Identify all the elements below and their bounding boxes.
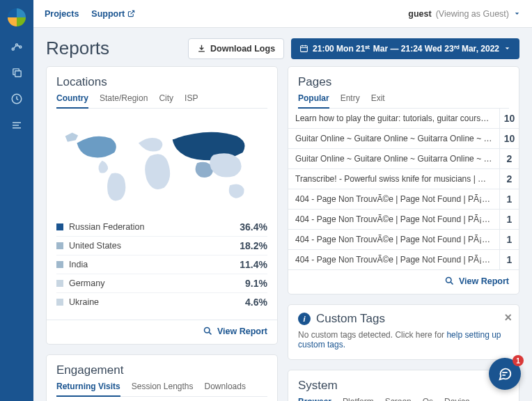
- page-title: Reports: [46, 38, 109, 59]
- location-name: Russian Federation: [69, 222, 144, 232]
- location-pct: 36.4%: [240, 221, 267, 233]
- projects-link[interactable]: Projects: [45, 9, 79, 19]
- tab-session-lengths[interactable]: Session Lengths: [132, 382, 194, 396]
- support-link[interactable]: Support: [91, 9, 135, 19]
- locations-view-report[interactable]: View Report: [203, 326, 267, 336]
- page-row-count: 10: [499, 129, 519, 148]
- download-logs-button[interactable]: Download Logs: [188, 38, 284, 59]
- location-name: India: [69, 260, 88, 269]
- tab-returning-visits[interactable]: Returning Visits: [56, 382, 120, 397]
- analytics-icon[interactable]: [10, 39, 24, 53]
- page-row[interactable]: 404 - Page Non TrouvÃ©e | Page Not Found…: [288, 250, 519, 269]
- pages-tabs: Popular Entry Exit: [298, 93, 509, 109]
- page-row-count: 10: [499, 109, 519, 128]
- page-row-title: Transcribe! - Powerful swiss knife for m…: [288, 170, 499, 188]
- page-row[interactable]: Transcribe! - Powerful swiss knife for m…: [288, 169, 519, 189]
- tab-country[interactable]: Country: [56, 93, 88, 109]
- logo-icon: [8, 8, 26, 26]
- page-row[interactable]: 404 - Page Non TrouvÃ©e | Page Not Found…: [288, 230, 519, 250]
- locations-tabs: Country State/Region City ISP: [56, 93, 267, 109]
- page-row[interactable]: 404 - Page Non TrouvÃ©e | Page Not Found…: [288, 210, 519, 230]
- pages-view-report[interactable]: View Report: [444, 276, 509, 286]
- chevron-down-icon: [513, 10, 521, 17]
- page-row-count: 2: [499, 169, 519, 189]
- tab-city[interactable]: City: [159, 93, 173, 108]
- tab-entry[interactable]: Entry: [341, 93, 360, 108]
- tab-platform[interactable]: Platform: [343, 397, 374, 401]
- location-pct: 11.4%: [240, 259, 267, 270]
- date-range-picker[interactable]: 21:00 Mon 21ˢᵗ Mar — 21:24 Wed 23ʳᵈ Mar,…: [291, 38, 519, 59]
- chat-button[interactable]: 1: [489, 358, 521, 390]
- sidebar: [0, 0, 33, 401]
- color-swatch: [56, 299, 63, 306]
- copy-icon[interactable]: [10, 65, 24, 79]
- location-row[interactable]: United States18.2%: [56, 237, 267, 255]
- tab-os[interactable]: Os: [423, 397, 433, 401]
- clock-icon[interactable]: [10, 92, 24, 106]
- page-row-count: 1: [499, 210, 519, 229]
- page-row-title: 404 - Page Non TrouvÃ©e | Page Not Found…: [288, 210, 499, 228]
- location-row[interactable]: Ukraine4.6%: [56, 293, 267, 311]
- tab-downloads[interactable]: Downloads: [205, 382, 246, 396]
- tab-state-region[interactable]: State/Region: [100, 93, 148, 108]
- location-name: Germany: [69, 278, 104, 288]
- topbar: Projects Support guest (Viewing as Guest…: [33, 0, 532, 28]
- page-row[interactable]: 404 - Page Non TrouvÃ©e | Page Not Found…: [288, 189, 519, 210]
- user-name: guest: [408, 9, 431, 19]
- tab-exit[interactable]: Exit: [371, 93, 385, 108]
- tab-browser[interactable]: Browser: [298, 397, 331, 401]
- location-row[interactable]: Germany9.1%: [56, 274, 267, 293]
- page-row[interactable]: Guitar Online ~ Guitare Online ~ Guitarr…: [288, 149, 519, 169]
- close-icon[interactable]: ×: [504, 310, 512, 325]
- tab-isp[interactable]: ISP: [185, 93, 198, 108]
- chat-icon: [497, 366, 513, 382]
- engagement-title: Engagement: [56, 363, 267, 377]
- page-row-title: 404 - Page Non TrouvÃ©e | Page Not Found…: [288, 230, 499, 249]
- custom-tags-title: Custom Tags: [316, 312, 385, 326]
- user-menu[interactable]: guest (Viewing as Guest): [408, 9, 521, 19]
- location-row[interactable]: Russian Federation36.4%: [56, 218, 267, 237]
- svg-point-7: [204, 328, 210, 333]
- info-icon: i: [298, 313, 311, 325]
- location-row[interactable]: India11.4%: [56, 255, 267, 274]
- locations-card: Locations Country State/Region City ISP: [46, 66, 278, 345]
- page-row-count: 1: [499, 230, 519, 249]
- system-title: System: [298, 379, 509, 393]
- page-row-count: 1: [499, 250, 519, 269]
- tab-device[interactable]: Device: [444, 397, 470, 401]
- page-row-title: 404 - Page Non TrouvÃ©e | Page Not Found…: [288, 190, 499, 208]
- world-map[interactable]: [56, 118, 267, 209]
- support-label: Support: [91, 9, 125, 19]
- chat-badge: 1: [513, 355, 524, 366]
- external-link-icon: [127, 10, 135, 17]
- pages-title: Pages: [298, 75, 509, 89]
- location-name: United States: [69, 241, 121, 251]
- calendar-icon: [299, 44, 308, 53]
- user-role: (Viewing as Guest): [436, 9, 509, 19]
- color-swatch: [56, 223, 63, 230]
- page-row-title: Guitar Online ~ Guitare Online ~ Guitarr…: [288, 150, 499, 168]
- page-row[interactable]: Learn how to play the guitar: tutorials,…: [288, 109, 519, 129]
- chevron-down-icon: [503, 45, 511, 52]
- custom-tags-card: × i Custom Tags No custom tags detected.…: [288, 304, 519, 360]
- color-swatch: [56, 280, 63, 287]
- tab-screen[interactable]: Screen: [385, 397, 412, 401]
- custom-tags-body: No custom tags detected. Click here for: [298, 330, 446, 340]
- page-row[interactable]: Guitar Online ~ Guitare Online ~ Guitarr…: [288, 129, 519, 149]
- system-tabs: Browser Platform Screen Os Device: [298, 397, 509, 401]
- page-row-title: Guitar Online ~ Guitare Online ~ Guitarr…: [288, 129, 499, 148]
- svg-point-8: [446, 278, 451, 283]
- page-row-title: Learn how to play the guitar: tutorials,…: [288, 109, 499, 127]
- page-row-count: 1: [499, 189, 519, 209]
- tab-popular[interactable]: Popular: [298, 93, 329, 109]
- color-swatch: [56, 261, 63, 268]
- svg-point-0: [12, 48, 14, 50]
- color-swatch: [56, 242, 63, 249]
- list-icon[interactable]: [10, 118, 24, 132]
- page-row-title: 404 - Page Non TrouvÃ©e | Page Not Found…: [288, 251, 499, 269]
- system-card: System Browser Platform Screen Os Device…: [288, 370, 519, 401]
- download-icon: [197, 44, 206, 53]
- magnifier-icon: [203, 326, 213, 336]
- download-label: Download Logs: [210, 44, 275, 54]
- svg-rect-3: [15, 70, 21, 77]
